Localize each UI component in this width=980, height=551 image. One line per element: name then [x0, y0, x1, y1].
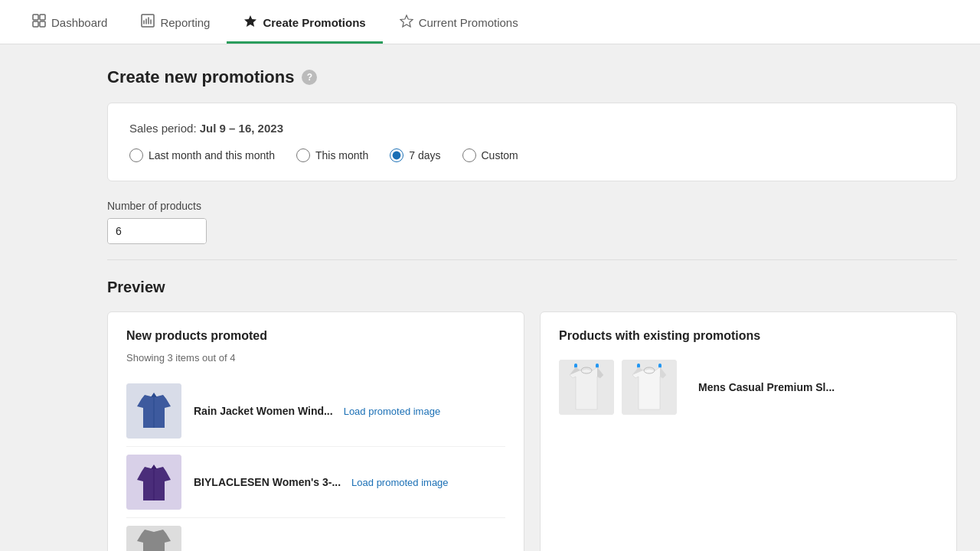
nav-tabs: Dashboard Reporting Create Promotions — [0, 0, 980, 44]
reporting-icon — [141, 14, 155, 31]
sales-period-label: Sales period: Jul 9 – 16, 2023 — [129, 122, 935, 135]
tab-current-promotions-label: Current Promotions — [419, 16, 518, 29]
load-image-link-2[interactable]: Load promoted image — [351, 477, 448, 488]
page-title: Create new promotions — [107, 67, 294, 87]
radio-7-days[interactable]: 7 days — [390, 148, 440, 162]
radio-custom-input[interactable] — [462, 148, 476, 162]
new-products-card: New products promoted Showing 3 items ou… — [107, 311, 524, 551]
products-count-section: Number of products ▲ ▼ — [107, 200, 957, 244]
product-item-2: BIYLACLESEN Women's 3-... Load promoted … — [126, 447, 505, 518]
products-count-input[interactable] — [108, 219, 207, 243]
radio-this-month-label: This month — [315, 149, 368, 161]
tab-reporting[interactable]: Reporting — [124, 0, 227, 44]
svg-marker-9 — [244, 15, 256, 27]
products-count-label: Number of products — [107, 200, 957, 212]
radio-custom-label: Custom — [482, 149, 518, 161]
section-divider — [107, 259, 957, 260]
existing-products-title: Products with existing promotions — [559, 329, 938, 343]
product-item-3-partial — [126, 518, 505, 551]
existing-thumbs — [559, 360, 677, 415]
product-thumb-1 — [126, 383, 181, 439]
radio-custom[interactable]: Custom — [462, 148, 518, 162]
sales-period-prefix: Sales period: — [129, 122, 197, 135]
radio-group: Last month and this month This month 7 d… — [129, 148, 935, 162]
product-info-2: BIYLACLESEN Women's 3-... Load promoted … — [194, 476, 505, 488]
main-content: Create new promotions ? Sales period: Ju… — [0, 44, 980, 551]
existing-products-card: Products with existing promotions — [540, 311, 957, 551]
tab-dashboard-label: Dashboard — [51, 16, 107, 29]
preview-section: Preview New products promoted Showing 3 … — [107, 279, 957, 551]
products-count-spinner: ▲ ▼ — [107, 218, 207, 244]
preview-title: Preview — [107, 279, 957, 296]
tab-dashboard[interactable]: Dashboard — [15, 0, 124, 44]
app-container: Dashboard Reporting Create Promotions — [0, 0, 980, 551]
radio-last-and-this-month-label: Last month and this month — [149, 149, 275, 161]
tab-current-promotions[interactable]: Current Promotions — [383, 0, 535, 44]
help-icon[interactable]: ? — [302, 70, 317, 85]
sales-period-value: Jul 9 – 16, 2023 — [200, 122, 283, 135]
product-thumb-3-partial — [126, 526, 181, 551]
showing-text: Showing 3 items out of 4 — [126, 352, 505, 364]
existing-thumb-main — [559, 360, 614, 415]
svg-rect-3 — [40, 21, 45, 27]
product-item: Rain Jacket Women Wind... Load promoted … — [126, 376, 505, 447]
load-image-link-1[interactable]: Load promoted image — [344, 406, 440, 417]
product-info-1: Rain Jacket Women Wind... Load promoted … — [194, 405, 505, 417]
product-name-1: Rain Jacket Women Wind... — [194, 405, 333, 417]
tab-reporting-label: Reporting — [160, 16, 210, 29]
sales-period-card: Sales period: Jul 9 – 16, 2023 Last mont… — [107, 103, 957, 181]
current-promotions-star-icon — [400, 14, 413, 31]
radio-7-days-label: 7 days — [409, 149, 440, 161]
svg-rect-1 — [40, 15, 45, 20]
radio-this-month[interactable]: This month — [296, 148, 368, 162]
svg-rect-0 — [33, 15, 38, 20]
existing-thumb-promoted — [622, 360, 677, 415]
svg-marker-10 — [400, 15, 413, 27]
radio-7-days-input[interactable] — [390, 148, 403, 162]
radio-last-and-this-month-input[interactable] — [129, 148, 143, 162]
radio-this-month-input[interactable] — [296, 148, 310, 162]
tab-create-promotions[interactable]: Create Promotions — [227, 0, 382, 44]
product-name-2: BIYLACLESEN Women's 3-... — [194, 476, 341, 488]
new-products-title: New products promoted — [126, 329, 505, 343]
svg-rect-2 — [33, 21, 38, 27]
preview-grid: New products promoted Showing 3 items ou… — [107, 311, 957, 551]
product-thumb-2 — [126, 455, 181, 510]
existing-product-name: Mens Casual Premium Sl... — [698, 381, 835, 393]
tab-create-promotions-label: Create Promotions — [263, 16, 365, 29]
page-title-row: Create new promotions ? — [107, 67, 957, 87]
existing-product-item: Mens Casual Premium Sl... — [559, 352, 938, 422]
dashboard-icon — [32, 14, 46, 31]
radio-last-and-this-month[interactable]: Last month and this month — [129, 148, 275, 162]
create-promotions-star-icon — [243, 14, 257, 31]
